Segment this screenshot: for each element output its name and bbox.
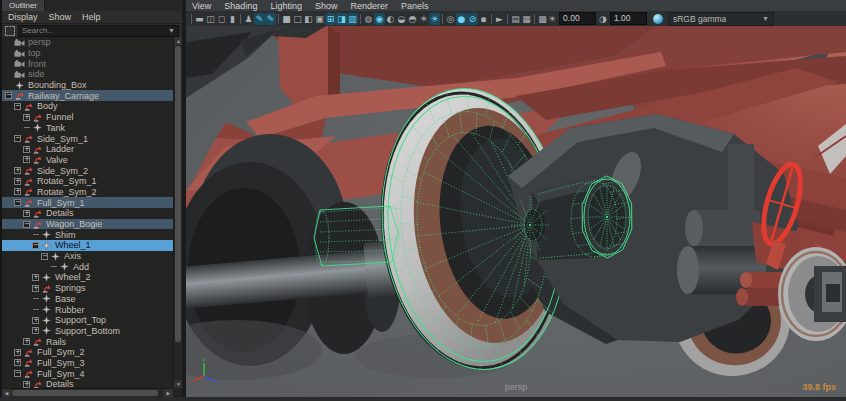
tree-row-ladder[interactable]: +Ladder (2, 144, 173, 155)
tree-row-rotate_sym_2[interactable]: +Rotate_Sym_2 (2, 187, 173, 198)
collapse-icon[interactable]: − (14, 370, 21, 377)
tree-row-front[interactable]: front (2, 58, 173, 69)
tree-row-side_sym_2[interactable]: +Side_Sym_2 (2, 165, 173, 176)
toolbar-icon-7[interactable]: ✎ (254, 13, 265, 25)
toolbar-icon-29[interactable]: ▪ (478, 13, 489, 25)
toolbar-icon-18[interactable]: ◍ (363, 13, 374, 25)
filter-icon[interactable] (5, 26, 15, 36)
tree-row-persp[interactable]: persp (2, 37, 173, 48)
tree-row-wheel_2[interactable]: +Wheel_2 (2, 272, 173, 283)
color-management-icon[interactable] (653, 14, 663, 24)
tree-row-details[interactable]: +Details (2, 379, 173, 388)
tree-row-rubber[interactable]: Rubber (2, 304, 173, 315)
expand-icon[interactable]: + (14, 167, 21, 174)
viewport-menu-renderer[interactable]: Renderer (350, 1, 388, 11)
tree-row-side[interactable]: side (2, 69, 173, 80)
tree-row-support_bottom[interactable]: +Support_Bottom (2, 326, 173, 337)
expand-icon[interactable]: + (32, 274, 39, 281)
outliner-menu-show[interactable]: Show (49, 12, 72, 22)
toolbar-icon-6[interactable]: ♟ (243, 13, 254, 25)
tree-row-funnel[interactable]: +Funnel (2, 112, 173, 123)
expand-icon[interactable]: + (23, 338, 30, 345)
tree-row-bounding_box[interactable]: Bounding_Box (2, 80, 173, 91)
tree-row-full_sym_2[interactable]: +Full_Sym_2 (2, 347, 173, 358)
tree-row-shim[interactable]: Shim (2, 229, 173, 240)
viewport-menu-shading[interactable]: Shading (224, 1, 257, 11)
toolbar-icon-22[interactable]: ◓ (407, 13, 418, 25)
expand-icon[interactable]: + (32, 317, 39, 324)
vertical-scrollbar[interactable]: ▲ ▼ (173, 37, 182, 388)
collapse-icon[interactable]: − (23, 221, 30, 228)
viewport-menu-panels[interactable]: Panels (401, 1, 429, 11)
collapse-icon[interactable]: − (41, 253, 48, 260)
scroll-left-icon[interactable]: ◀ (2, 389, 11, 397)
toolbar-icon-11[interactable]: □ (292, 13, 303, 25)
gamma-icon[interactable]: ◑ (599, 13, 607, 25)
tree-row-add[interactable]: Add (2, 261, 173, 272)
3d-scene[interactable]: y x z (186, 26, 846, 397)
tree-row-tank[interactable]: Tank (2, 123, 173, 134)
tree-row-side_sym_1[interactable]: −Side_Sym_1 (2, 133, 173, 144)
expand-icon[interactable]: + (32, 285, 39, 292)
expand-icon[interactable]: + (14, 359, 21, 366)
expand-icon[interactable]: + (14, 349, 21, 356)
tree-row-body[interactable]: −Body (2, 101, 173, 112)
tree-row-axis[interactable]: −Axis (2, 251, 173, 262)
tree-row-springs[interactable]: +Springs (2, 283, 173, 294)
toolbar-icon-3[interactable]: ◻ (216, 13, 227, 25)
toolbar-icon-31[interactable]: ► (494, 13, 505, 25)
tree-row-rotate_sym_1[interactable]: +Rotate_Sym_1 (2, 176, 173, 187)
tree-row-support_top[interactable]: +Support_Top (2, 315, 173, 326)
toolbar-icon-8[interactable]: ✎ (265, 13, 276, 25)
toolbar-icon-24[interactable]: ☀ (429, 13, 440, 25)
toolbar-icon-10[interactable]: ■ (281, 13, 292, 25)
toolbar-icon-13[interactable]: ▣ (314, 13, 325, 25)
toolbar-icon-27[interactable]: ● (456, 13, 467, 25)
chevron-down-icon[interactable]: ▼ (168, 27, 175, 34)
collapse-icon[interactable]: − (5, 92, 12, 99)
toolbar-icon-12[interactable]: ◧ (303, 13, 314, 25)
viewport-menu-view[interactable]: View (192, 1, 211, 11)
horizontal-scrollbar[interactable]: ◀ ▶ (2, 388, 173, 397)
toolbar-icon-4[interactable]: ▮ (227, 13, 238, 25)
toolbar-icon-19[interactable]: ◉ (374, 13, 385, 25)
expand-icon[interactable]: + (23, 146, 30, 153)
collapse-icon[interactable]: − (32, 242, 39, 249)
search-input[interactable]: Search... ▼ (18, 25, 179, 37)
expand-icon[interactable]: + (23, 114, 30, 121)
tree-row-railway_carriage[interactable]: −Railway_Carriage (2, 90, 173, 101)
toolbar-icon-26[interactable]: ◎ (445, 13, 456, 25)
collapse-icon[interactable]: − (14, 135, 21, 142)
tree-row-wheel_1[interactable]: −Wheel_1 (2, 240, 173, 251)
expand-icon[interactable]: + (14, 188, 21, 195)
colorspace-dropdown[interactable]: sRGB gamma ▼ (668, 12, 774, 26)
vertical-scroll-thumb[interactable] (175, 46, 181, 342)
tree-row-wagon_bogie[interactable]: −Wagon_Bogie (2, 219, 173, 230)
expand-icon[interactable]: + (23, 210, 30, 217)
gamma-field[interactable]: 1.00 (610, 12, 647, 25)
toolbar-icon-21[interactable]: ◒ (396, 13, 407, 25)
toolbar-icon-1[interactable]: ▬ (194, 13, 205, 25)
collapse-icon[interactable]: − (14, 199, 21, 206)
expand-icon[interactable]: + (14, 178, 21, 185)
toolbar-icon-2[interactable]: ◫ (205, 13, 216, 25)
toolbar-icon-23[interactable]: ☀ (418, 13, 429, 25)
exposure-field[interactable]: 0.00 (559, 12, 596, 25)
exposure-icon[interactable]: ☀ (548, 13, 556, 25)
outliner-menu-display[interactable]: Display (8, 12, 38, 22)
tree-row-valve[interactable]: +Valve (2, 155, 173, 166)
toolbar-icon-14[interactable]: ⊞ (325, 13, 336, 25)
viewport-menu-show[interactable]: Show (315, 1, 338, 11)
toolbar-icon-33[interactable]: ▤ (510, 13, 521, 25)
toolbar-icon-20[interactable]: ◐ (385, 13, 396, 25)
expand-icon[interactable]: + (32, 327, 39, 334)
viewport-menu-lighting[interactable]: Lighting (270, 1, 302, 11)
tree-row-details[interactable]: +Details (2, 208, 173, 219)
tree-row-top[interactable]: top (2, 48, 173, 59)
expand-icon[interactable]: + (23, 381, 30, 388)
tree-row-full_sym_3[interactable]: +Full_Sym_3 (2, 358, 173, 369)
tree-row-rails[interactable]: +Rails (2, 336, 173, 347)
toolbar-icon-15[interactable]: ◨ (336, 13, 347, 25)
tab-outliner[interactable]: Outliner (2, 0, 45, 11)
toolbar-icon-36[interactable]: ▩ (537, 13, 548, 25)
